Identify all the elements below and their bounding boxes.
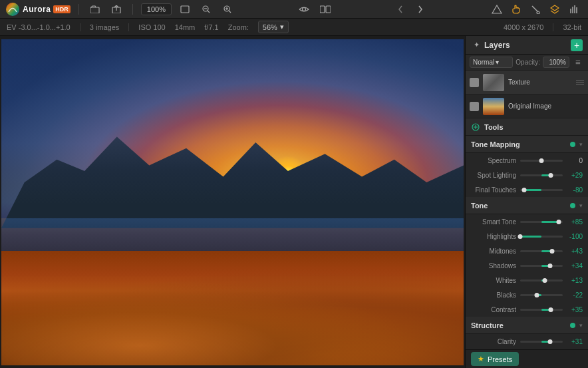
layers-panel-button[interactable] bbox=[546, 2, 563, 17]
contrast-slider[interactable] bbox=[520, 309, 563, 311]
layer-visibility-original[interactable] bbox=[470, 102, 479, 111]
back-nav-button[interactable] bbox=[393, 3, 408, 16]
blacks-row: Blacks -22 bbox=[466, 287, 588, 302]
photo-container bbox=[1, 39, 464, 365]
clarity-label: Clarity bbox=[472, 338, 520, 345]
svg-rect-22 bbox=[576, 7, 577, 13]
tools-section-header[interactable]: Tools bbox=[466, 118, 588, 136]
blacks-value: -22 bbox=[563, 291, 583, 299]
whites-label: Whites bbox=[472, 277, 520, 284]
add-layer-button[interactable]: + bbox=[571, 39, 583, 51]
svg-line-6 bbox=[208, 11, 210, 13]
spot-lighting-slider[interactable] bbox=[520, 174, 563, 176]
presets-button[interactable]: ★ Presets bbox=[471, 352, 519, 366]
zoom-out-button[interactable] bbox=[198, 3, 214, 16]
opacity-label: Opacity: bbox=[515, 59, 540, 66]
bit-depth-info: 32-bit bbox=[563, 23, 581, 31]
canvas-area[interactable] bbox=[0, 36, 465, 368]
clarity-row: Clarity +31 bbox=[466, 334, 588, 349]
svg-rect-13 bbox=[320, 6, 325, 13]
compare-button[interactable] bbox=[317, 3, 333, 16]
tone-mapping-header[interactable]: Tone Mapping ▾ bbox=[466, 136, 588, 153]
final-touches-row: Final Touches -80 bbox=[466, 182, 588, 197]
spot-lighting-label: Spot Lighting bbox=[472, 172, 520, 179]
highlights-value: -100 bbox=[563, 233, 583, 240]
structure-title: Structure bbox=[471, 321, 566, 329]
svg-rect-20 bbox=[572, 7, 573, 13]
layer-thumbnail-original bbox=[483, 98, 504, 115]
highlights-slider[interactable] bbox=[520, 236, 563, 238]
layers-menu-button[interactable]: ≡ bbox=[572, 57, 584, 69]
layers-star-icon: ✦ bbox=[471, 40, 482, 51]
top-bar: Aurora HDR 100% bbox=[0, 0, 588, 19]
structure-dot bbox=[570, 323, 575, 328]
whites-slider[interactable] bbox=[520, 279, 563, 281]
layer-settings-icon[interactable] bbox=[576, 79, 584, 87]
hand-tool-button[interactable] bbox=[508, 2, 525, 17]
photo-grass bbox=[1, 268, 464, 365]
zoom-label: Zoom: bbox=[228, 23, 249, 31]
histogram-button[interactable] bbox=[565, 2, 583, 17]
focal-info: 14mm bbox=[175, 23, 196, 31]
main-area: ✦ Layers + Normal▾ Opacity: 100% ≡ Textu… bbox=[0, 36, 588, 368]
final-touches-label: Final Touches bbox=[472, 186, 520, 194]
midtones-value: +43 bbox=[563, 248, 583, 255]
shadows-slider[interactable] bbox=[520, 265, 563, 267]
spectrum-value: 0 bbox=[563, 157, 583, 164]
whites-value: +13 bbox=[563, 277, 583, 284]
smart-tone-row: Smart Tone +85 bbox=[466, 214, 588, 229]
svg-rect-4 bbox=[181, 6, 189, 13]
grid-icon-button[interactable] bbox=[488, 2, 506, 17]
export-button[interactable] bbox=[108, 3, 124, 16]
structure-header[interactable]: Structure ▾ bbox=[466, 317, 588, 334]
final-touches-value: -80 bbox=[563, 186, 583, 194]
svg-point-17 bbox=[537, 11, 539, 14]
svg-point-12 bbox=[302, 7, 305, 11]
zoom-100-display: 100% bbox=[141, 3, 172, 15]
fit-screen-button[interactable] bbox=[177, 3, 193, 16]
smart-tone-slider[interactable] bbox=[520, 221, 563, 223]
svg-rect-14 bbox=[326, 6, 331, 13]
layer-visibility-texture[interactable] bbox=[470, 78, 479, 87]
midtones-slider[interactable] bbox=[520, 250, 563, 252]
highlights-row: Highlights -100 bbox=[466, 229, 588, 244]
midtones-label: Midtones bbox=[472, 248, 520, 255]
spot-lighting-value: +29 bbox=[563, 172, 583, 179]
layer-name-texture: Texture bbox=[508, 79, 572, 86]
smart-tone-value: +85 bbox=[563, 218, 583, 226]
panel-scroll[interactable]: Tools Tone Mapping ▾ Spectrum 0 Spot Lig… bbox=[466, 118, 588, 349]
tone-header[interactable]: Tone ▾ bbox=[466, 197, 588, 214]
zoom-selector[interactable]: 56% ▾ bbox=[258, 21, 289, 33]
svg-line-9 bbox=[229, 11, 231, 13]
presets-star-icon: ★ bbox=[478, 355, 484, 363]
brush-tool-button[interactable] bbox=[527, 2, 544, 17]
blend-mode-selector[interactable]: Normal▾ bbox=[470, 57, 513, 68]
eye-preview-button[interactable] bbox=[296, 3, 312, 16]
tools-title: Tools bbox=[484, 123, 583, 131]
open-file-button[interactable] bbox=[87, 3, 103, 16]
spectrum-slider[interactable] bbox=[520, 160, 563, 162]
structure-arrow: ▾ bbox=[579, 322, 583, 329]
clarity-slider[interactable] bbox=[520, 341, 563, 343]
contrast-row: Contrast +35 bbox=[466, 302, 588, 317]
opacity-value: 100% bbox=[543, 57, 569, 68]
svg-marker-15 bbox=[492, 5, 502, 13]
layer-item-texture[interactable]: Texture bbox=[466, 71, 588, 94]
layer-name-original: Original Image bbox=[508, 102, 584, 110]
shadows-label: Shadows bbox=[472, 262, 520, 270]
tone-mapping-title: Tone Mapping bbox=[471, 140, 566, 148]
svg-rect-21 bbox=[574, 5, 575, 13]
layer-item-original[interactable]: Original Image bbox=[466, 94, 588, 118]
tone-title: Tone bbox=[471, 202, 566, 210]
highlights-label: Highlights bbox=[472, 233, 520, 240]
blacks-slider[interactable] bbox=[520, 294, 563, 296]
shadows-row: Shadows +34 bbox=[466, 258, 588, 273]
hdr-badge: HDR bbox=[53, 5, 71, 13]
forward-nav-button[interactable] bbox=[413, 3, 428, 16]
final-touches-slider[interactable] bbox=[520, 189, 563, 191]
svg-rect-1 bbox=[90, 7, 99, 13]
tone-arrow: ▾ bbox=[579, 202, 583, 209]
right-panel: ✦ Layers + Normal▾ Opacity: 100% ≡ Textu… bbox=[465, 36, 588, 368]
contrast-label: Contrast bbox=[472, 306, 520, 313]
zoom-in-button[interactable] bbox=[220, 3, 235, 16]
